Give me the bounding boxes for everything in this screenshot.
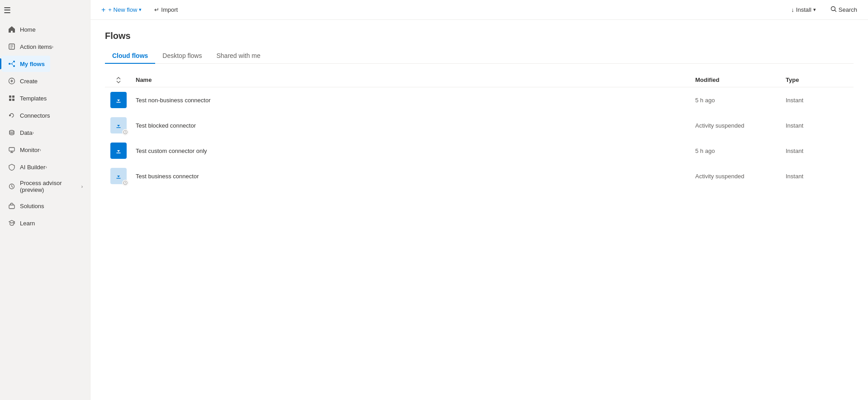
th-modified: Modified: [695, 76, 786, 83]
svg-point-1: [9, 63, 10, 65]
chevron-down-icon: ›: [81, 184, 83, 189]
process-icon: [7, 182, 16, 191]
sidebar: ☰ Home Action items › My flows: [0, 0, 90, 400]
svg-rect-11: [9, 148, 14, 151]
chevron-down-icon: ›: [39, 148, 41, 152]
search-icon: [830, 6, 837, 14]
create-icon: [7, 76, 16, 86]
flow-type: Instant: [786, 148, 854, 154]
sidebar-item-label-process: Process advisor (preview): [20, 180, 81, 193]
plus-icon: +: [101, 6, 105, 14]
ai-icon: [7, 162, 16, 171]
new-flow-button[interactable]: + + New flow ▾: [98, 4, 145, 16]
table-row[interactable]: Test non-business connector 5 h ago Inst…: [105, 87, 854, 113]
suspended-badge: [122, 180, 128, 186]
action-icon: [7, 42, 16, 51]
connectors-icon: [7, 111, 16, 120]
templates-icon: [7, 94, 16, 103]
flow-icon-blue: [110, 143, 127, 159]
install-chevron-icon: ▾: [813, 7, 816, 13]
sidebar-item-solutions[interactable]: Solutions: [2, 198, 49, 214]
install-download-icon: ↓: [791, 6, 794, 13]
new-flow-label: + New flow: [108, 6, 137, 13]
sidebar-item-label-solutions: Solutions: [20, 203, 44, 210]
sidebar-item-ai-builder[interactable]: AI Builder ›: [2, 159, 52, 175]
sidebar-item-data[interactable]: Data ›: [2, 124, 39, 141]
svg-point-2: [13, 61, 15, 62]
svg-point-10: [9, 130, 14, 132]
sidebar-item-monitor[interactable]: Monitor ›: [2, 142, 47, 158]
new-flow-chevron-icon: ▾: [139, 7, 142, 13]
sidebar-item-label-home: Home: [20, 26, 36, 33]
install-label: Install: [796, 6, 811, 13]
sidebar-item-templates[interactable]: Templates: [2, 90, 52, 106]
flow-type: Instant: [786, 173, 854, 180]
svg-rect-5: [9, 95, 11, 98]
flow-icon-light: [110, 168, 127, 184]
table-row[interactable]: Test blocked connector Activity suspende…: [105, 113, 854, 138]
svg-point-3: [13, 65, 15, 67]
svg-rect-13: [9, 205, 14, 209]
data-icon: [7, 128, 16, 137]
sidebar-item-create[interactable]: Create: [2, 73, 43, 89]
learn-icon: [7, 219, 16, 228]
topbar-left: + + New flow ▾ ↵ Import: [98, 4, 181, 16]
tab-shared-with-me[interactable]: Shared with me: [209, 48, 267, 64]
main-content: + + New flow ▾ ↵ Import ↓ Install ▾ Sear…: [90, 0, 868, 400]
flow-icon-col: [105, 143, 132, 159]
sidebar-item-my-flows[interactable]: My flows: [2, 56, 50, 72]
sidebar-item-learn[interactable]: Learn: [2, 215, 40, 231]
flow-icon-light: [110, 117, 127, 133]
sidebar-item-label-flows: My flows: [20, 61, 45, 67]
svg-point-14: [831, 7, 835, 11]
search-button[interactable]: Search: [827, 4, 861, 15]
flow-modified: 5 h ago: [695, 148, 786, 154]
sidebar-hamburger[interactable]: ☰: [0, 0, 90, 21]
sidebar-item-home[interactable]: Home: [2, 21, 41, 38]
suspended-badge: [122, 129, 128, 135]
table-header: Name Modified Type: [105, 73, 854, 87]
import-label: Import: [161, 6, 178, 13]
flow-name: Test blocked connector: [132, 122, 695, 129]
sidebar-item-action-items[interactable]: Action items ›: [2, 38, 59, 55]
flow-modified: Activity suspended: [695, 122, 786, 129]
flow-name: Test non-business connector: [132, 97, 695, 104]
sidebar-item-label-monitor: Monitor: [20, 147, 39, 153]
flow-icon-col: [105, 92, 132, 108]
svg-rect-6: [12, 95, 14, 98]
tab-cloud-flows[interactable]: Cloud flows: [105, 48, 155, 64]
sidebar-item-label-templates: Templates: [20, 95, 47, 102]
home-icon: [7, 25, 16, 34]
svg-rect-8: [12, 99, 14, 101]
flow-icon-col: [105, 117, 132, 133]
table-row[interactable]: Test custom connector only 5 h ago Insta…: [105, 138, 854, 163]
flow-type: Instant: [786, 97, 854, 104]
monitor-icon: [7, 145, 16, 154]
import-arrow-icon: ↵: [154, 6, 159, 13]
topbar-right: ↓ Install ▾ Search: [787, 4, 861, 15]
flow-name: Test business connector: [132, 173, 695, 180]
chevron-down-icon: ›: [45, 165, 47, 170]
install-button[interactable]: ↓ Install ▾: [787, 5, 819, 15]
flows-icon: [7, 59, 16, 68]
th-type: Type: [786, 76, 854, 83]
tab-desktop-flows[interactable]: Desktop flows: [155, 48, 209, 64]
sidebar-item-connectors[interactable]: Connectors: [2, 107, 55, 124]
page-content: Flows Cloud flows Desktop flows Shared w…: [90, 20, 868, 400]
th-name: Name: [132, 76, 695, 83]
svg-point-9: [9, 114, 11, 116]
th-sort: [105, 77, 132, 83]
sidebar-item-label-ai: AI Builder: [20, 164, 45, 171]
sidebar-item-label-connectors: Connectors: [20, 112, 50, 119]
flow-name: Test custom connector only: [132, 148, 695, 154]
sidebar-item-process-advisor[interactable]: Process advisor (preview) ›: [2, 176, 88, 197]
tabs: Cloud flows Desktop flows Shared with me: [105, 48, 854, 64]
flow-icon-col: [105, 168, 132, 184]
import-button[interactable]: ↵ Import: [151, 5, 181, 15]
sidebar-item-label-create: Create: [20, 78, 38, 85]
sidebar-item-label-learn: Learn: [20, 220, 35, 227]
table-row[interactable]: Test business connector Activity suspend…: [105, 163, 854, 189]
flow-icon-blue: [110, 92, 127, 108]
sidebar-item-label-action: Action items: [20, 43, 52, 50]
flow-modified: 5 h ago: [695, 97, 786, 104]
